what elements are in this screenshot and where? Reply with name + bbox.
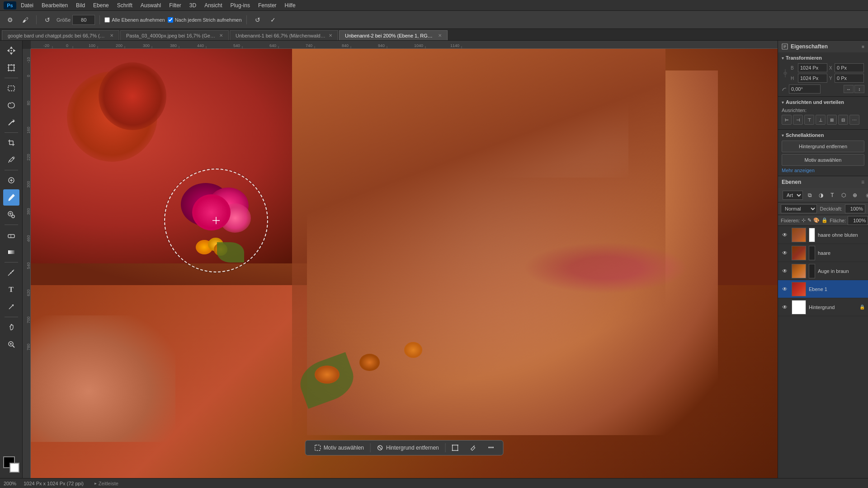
gradient-tool[interactable] xyxy=(3,244,19,260)
eigenschaften-expand-icon[interactable]: ≡ xyxy=(862,44,864,49)
canvas[interactable]: Motiv auswählen Hintergrund entfernen xyxy=(31,49,778,478)
tab-2-close[interactable]: ✕ xyxy=(329,33,332,38)
layers-collapse-btn[interactable]: ≡ xyxy=(861,179,864,185)
layer-filter-toggle[interactable]: ◉ xyxy=(863,190,868,200)
move-tool[interactable] xyxy=(3,42,19,59)
menu-bild[interactable]: Bild xyxy=(72,1,89,9)
brush-tool[interactable] xyxy=(3,189,19,206)
alle-ebenen-checkbox[interactable] xyxy=(104,17,110,23)
width-input[interactable] xyxy=(798,63,827,72)
align-bottom-btn[interactable]: ⊟ xyxy=(838,115,848,125)
align-center-h-btn[interactable]: ⊣ xyxy=(793,115,803,125)
layer-item-hintergrund[interactable]: 👁 Hintergrund 🔒 xyxy=(778,298,868,316)
motiv-auswaehlen-action-btn[interactable]: Motiv auswählen xyxy=(782,154,864,166)
flip-v-btn[interactable]: ↕ xyxy=(854,85,864,93)
tab-3-close[interactable]: ✕ xyxy=(438,33,442,38)
layer-text-filter-btn[interactable]: T xyxy=(827,190,837,200)
height-input[interactable] xyxy=(798,74,827,83)
layer-item-ebene1[interactable]: 👁 Ebene 1 xyxy=(778,280,868,298)
eyedropper-tool[interactable] xyxy=(3,152,19,168)
cancel-btn[interactable]: ↺ xyxy=(251,14,264,26)
y-input[interactable] xyxy=(835,74,864,83)
tool-options-btn[interactable]: ⚙ xyxy=(4,14,16,26)
more-align-btn[interactable]: ⋯ xyxy=(849,115,859,125)
layer-visibility-auge-in-braun[interactable]: 👁 xyxy=(781,267,789,275)
blend-mode-select[interactable]: Normal xyxy=(781,204,817,213)
menu-plugins[interactable]: Plug-ins xyxy=(227,1,254,9)
tab-1-close[interactable]: ✕ xyxy=(219,33,223,38)
brush-size-input[interactable] xyxy=(72,15,95,25)
undo-btn[interactable]: ↺ xyxy=(41,14,54,26)
align-center-v-btn[interactable]: ⊞ xyxy=(827,115,837,125)
float-btn-more[interactable]: ••• xyxy=(483,442,500,453)
layer-item-haare-ohne-bluten[interactable]: 👁 haare ohne bluten xyxy=(778,226,868,244)
align-left-btn[interactable]: ⊢ xyxy=(782,115,792,125)
layer-filter-select[interactable]: Art xyxy=(783,191,803,200)
x-input[interactable] xyxy=(835,63,864,72)
magic-wand-tool[interactable] xyxy=(3,114,19,131)
hand-tool[interactable] xyxy=(3,319,19,335)
menu-ansicht[interactable]: Ansicht xyxy=(201,1,226,9)
menu-fenster[interactable]: Fenster xyxy=(255,1,280,9)
align-right-btn[interactable]: ⊤ xyxy=(804,115,814,125)
nach-strich-checkbox[interactable] xyxy=(168,17,173,23)
tab-2[interactable]: Unbenannt-1 bei 66,7% (Märchenwald, RGB/… xyxy=(230,30,338,40)
brush-preset-btn[interactable]: 🖌 xyxy=(19,14,32,26)
menu-auswahl[interactable]: Auswahl xyxy=(137,1,165,9)
layer-visibility-haare-ohne-bluten[interactable]: 👁 xyxy=(781,231,789,239)
timeline-expand-btn[interactable]: ▸ xyxy=(94,481,97,486)
layer-item-haare[interactable]: 👁 haare xyxy=(778,244,868,262)
float-btn-edit[interactable] xyxy=(465,442,482,453)
layer-visibility-ebene1[interactable]: 👁 xyxy=(781,285,789,293)
menu-datei[interactable]: Datei xyxy=(17,1,37,9)
mehr-anzeigen-link[interactable]: Mehr anzeigen xyxy=(782,168,815,173)
ausrichten-header[interactable]: ▾ Ausrichten und verteilen xyxy=(782,99,864,105)
layer-type-filter-btn[interactable]: ⧉ xyxy=(805,190,815,200)
float-btn-transform[interactable] xyxy=(447,442,464,453)
layer-smart-filter-btn[interactable]: ⊕ xyxy=(850,190,860,200)
crop-tool[interactable] xyxy=(3,135,19,151)
menu-schrift[interactable]: Schrift xyxy=(113,1,136,9)
hintergrund-entfernen-action-btn[interactable]: Hintergrund entfernen xyxy=(782,141,864,152)
tab-1[interactable]: Pasta_03_4000px.jpeg bei 16,7% (Generati… xyxy=(120,30,229,40)
layer-shape-filter-btn[interactable]: ⬡ xyxy=(839,190,849,200)
fix-draw-btn[interactable]: ✎ xyxy=(807,216,811,225)
select-rect-tool[interactable] xyxy=(3,80,19,96)
path-select-tool[interactable] xyxy=(3,299,19,315)
angle-input[interactable] xyxy=(789,84,821,94)
hintergrund-entfernen-btn[interactable]: Hintergrund entfernen xyxy=(372,442,444,453)
eigenschaften-header[interactable]: Eigenschaften ≡ xyxy=(778,41,868,52)
align-top-btn[interactable]: ⊥ xyxy=(816,115,826,125)
text-tool[interactable]: T xyxy=(3,282,19,298)
menu-3d[interactable]: 3D xyxy=(186,1,200,9)
background-color[interactable] xyxy=(9,463,19,473)
layer-item-auge-in-braun[interactable]: 👁 Auge in braun xyxy=(778,262,868,280)
tab-3[interactable]: Unbenannt-2 bei 200% (Ebene 1, RGB/8#) ✕ xyxy=(339,30,448,40)
pen-tool[interactable] xyxy=(3,264,19,281)
zoom-tool[interactable] xyxy=(3,336,19,352)
layer-visibility-haare[interactable]: 👁 xyxy=(781,249,789,257)
fix-color-btn[interactable]: 🎨 xyxy=(813,216,820,225)
artboard-tool[interactable] xyxy=(3,60,19,76)
layer-visibility-hintergrund[interactable]: 👁 xyxy=(781,303,789,311)
motiv-auswaehlen-btn[interactable]: Motiv auswählen xyxy=(309,442,369,453)
schnellaktionen-header[interactable]: ▾ Schnellaktionen xyxy=(782,132,864,138)
circular-selection[interactable] xyxy=(164,169,268,272)
fix-pos-btn[interactable]: ⊹ xyxy=(802,216,806,225)
lasso-tool[interactable] xyxy=(3,97,19,113)
healing-tool[interactable] xyxy=(3,172,19,188)
menu-filter[interactable]: Filter xyxy=(165,1,185,9)
fix-all-btn[interactable]: 🔒 xyxy=(821,216,828,225)
opacity-input[interactable] xyxy=(845,204,865,213)
layer-adj-filter-btn[interactable]: ◑ xyxy=(816,190,826,200)
menu-bearbeiten[interactable]: Bearbeiten xyxy=(38,1,71,9)
transform-header[interactable]: ▾ Transformieren xyxy=(782,55,864,61)
flip-h-btn[interactable]: ↔ xyxy=(844,85,854,93)
menu-hilfe[interactable]: Hilfe xyxy=(281,1,299,9)
menu-ebene[interactable]: Ebene xyxy=(90,1,113,9)
tab-0-close[interactable]: ✕ xyxy=(110,33,113,38)
clone-tool[interactable] xyxy=(3,206,19,223)
fill-input[interactable] xyxy=(848,216,868,225)
confirm-btn[interactable]: ✓ xyxy=(267,14,279,26)
eraser-tool[interactable] xyxy=(3,227,19,243)
